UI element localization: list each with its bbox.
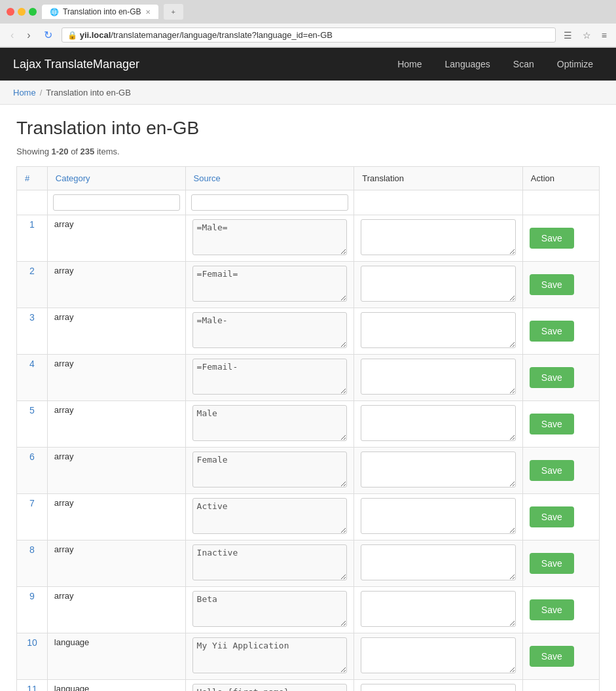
app-navbar: Lajax TranslateManager Home Languages Sc… [0, 48, 616, 80]
source-textarea[interactable] [192, 405, 348, 441]
save-button[interactable]: Save [530, 506, 574, 527]
lock-icon: 🔒 [67, 31, 77, 40]
forward-button[interactable]: › [23, 28, 34, 43]
row-category: array [47, 587, 185, 633]
row-category: array [47, 401, 185, 448]
save-button[interactable]: Save [530, 553, 574, 574]
source-textarea[interactable] [192, 684, 348, 691]
source-sort-link[interactable]: Source [194, 173, 221, 183]
row-translation-cell [354, 262, 523, 308]
source-textarea[interactable] [192, 544, 348, 580]
source-textarea[interactable] [192, 266, 348, 302]
source-textarea[interactable] [192, 359, 348, 395]
table-row: 3arraySave [17, 308, 600, 355]
category-sort-link[interactable]: Category [56, 173, 90, 183]
row-action-cell: Save [522, 633, 599, 680]
save-button[interactable]: Save [530, 321, 574, 342]
table-row: 8arraySave [17, 540, 600, 587]
col-header-category[interactable]: Category [47, 167, 185, 190]
source-filter-input[interactable] [191, 194, 349, 211]
bookmarks-button[interactable]: ☆ [580, 29, 594, 42]
translation-textarea[interactable] [361, 405, 516, 441]
breadcrumb: Home / Translation into en-GB [13, 88, 603, 97]
menu-button[interactable]: ≡ [599, 29, 609, 42]
translation-textarea[interactable] [361, 452, 516, 487]
translation-textarea[interactable] [361, 219, 516, 255]
row-translation-cell [354, 633, 523, 680]
save-button[interactable]: Save [530, 646, 574, 667]
source-textarea[interactable] [192, 498, 348, 534]
row-source-cell [185, 215, 354, 262]
source-textarea[interactable] [192, 219, 348, 255]
nav-link-scan[interactable]: Scan [503, 49, 544, 79]
table-row: 11languageSave [17, 680, 600, 692]
col-header-num: # [17, 167, 48, 190]
source-textarea[interactable] [192, 312, 348, 348]
table-row: 6arraySave [17, 448, 600, 494]
breadcrumb-home[interactable]: Home [13, 88, 36, 97]
table-row: 4arraySave [17, 355, 600, 401]
row-source-cell [185, 587, 354, 633]
row-action-cell: Save [522, 215, 599, 262]
breadcrumb-area: Home / Translation into en-GB [0, 80, 616, 105]
showing-info: Showing 1-20 of 235 items. [16, 147, 600, 156]
row-action-cell: Save [522, 401, 599, 448]
row-action-cell: Save [522, 494, 599, 540]
translation-textarea[interactable] [361, 359, 516, 395]
row-category: array [47, 494, 185, 540]
save-button[interactable]: Save [530, 367, 574, 388]
translation-textarea[interactable] [361, 637, 516, 673]
row-num: 9 [17, 587, 48, 633]
refresh-button[interactable]: ↻ [40, 27, 56, 43]
bookmark-manager-button[interactable]: ☰ [561, 29, 575, 42]
save-button[interactable]: Save [530, 460, 574, 481]
col-header-source[interactable]: Source [185, 167, 354, 190]
filter-row [17, 190, 600, 215]
save-button[interactable]: Save [530, 274, 574, 295]
translation-table: # Category Source Translation Action [16, 166, 600, 691]
row-category: array [47, 448, 185, 494]
nav-link-optimize[interactable]: Optimize [547, 49, 603, 79]
row-translation-cell [354, 355, 523, 401]
close-dot[interactable] [7, 8, 14, 16]
breadcrumb-current: Translation into en-GB [46, 88, 131, 97]
url-bar[interactable]: 🔒 yii.local/translatemanager/language/tr… [62, 27, 556, 43]
col-header-translation: Translation [354, 167, 523, 190]
translation-textarea[interactable] [361, 591, 516, 627]
row-category: array [47, 308, 185, 355]
showing-suffix: items. [94, 147, 119, 156]
nav-link-home[interactable]: Home [388, 49, 431, 79]
row-source-cell [185, 633, 354, 680]
row-num: 8 [17, 540, 48, 587]
maximize-dot[interactable] [29, 8, 37, 16]
save-button[interactable]: Save [530, 228, 574, 249]
row-source-cell [185, 308, 354, 355]
browser-titlebar: 🌐 Translation into en-GB ✕ + [0, 0, 616, 24]
minimize-dot[interactable] [18, 8, 26, 16]
row-num: 2 [17, 262, 48, 308]
row-source-cell [185, 448, 354, 494]
save-button[interactable]: Save [530, 414, 574, 434]
browser-tab-close[interactable]: ✕ [145, 9, 151, 16]
browser-dots [7, 8, 37, 16]
url-path: /translatemanager/language/translate?lan… [111, 30, 333, 40]
showing-range: 1-20 [51, 147, 68, 156]
nav-link-languages[interactable]: Languages [435, 49, 500, 79]
table-row: 1arraySave [17, 215, 600, 262]
translation-textarea[interactable] [361, 684, 516, 691]
back-button[interactable]: ‹ [7, 28, 18, 43]
source-textarea[interactable] [192, 452, 348, 487]
new-tab-button[interactable]: + [164, 4, 183, 20]
row-action-cell: Save [522, 262, 599, 308]
source-textarea[interactable] [192, 637, 348, 673]
translation-textarea[interactable] [361, 312, 516, 348]
row-category: array [47, 262, 185, 308]
source-textarea[interactable] [192, 591, 348, 627]
translation-textarea[interactable] [361, 498, 516, 534]
row-category: array [47, 355, 185, 401]
translation-textarea[interactable] [361, 266, 516, 302]
translation-textarea[interactable] [361, 544, 516, 580]
browser-tab[interactable]: 🌐 Translation into en-GB ✕ [42, 5, 158, 19]
save-button[interactable]: Save [530, 599, 574, 620]
category-filter-input[interactable] [53, 194, 180, 211]
